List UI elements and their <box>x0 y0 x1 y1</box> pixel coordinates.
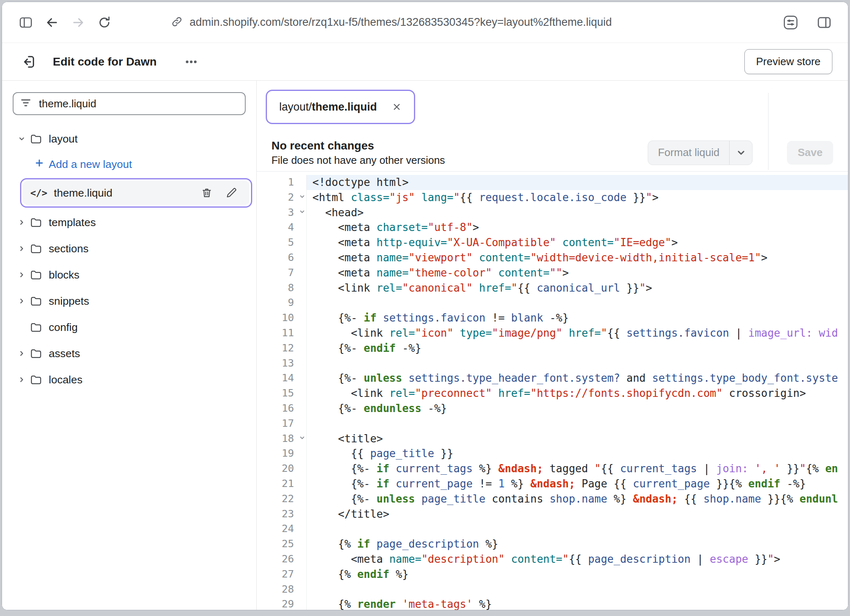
preview-store-button[interactable]: Preview store <box>744 49 833 74</box>
content: layoutAdd a new layout</>theme.liquidtem… <box>2 81 848 610</box>
sidebar-folder-blocks[interactable]: blocks <box>2 262 256 288</box>
code-text: <link rel="icon" type="image/png" href="… <box>307 326 838 341</box>
code-line-14[interactable]: 14 {%- unless settings.type_header_font.… <box>257 371 848 386</box>
chevron-down-icon[interactable] <box>14 136 29 142</box>
code-line-4[interactable]: 4 <meta charset="utf-8"> <box>257 220 848 235</box>
code-line-16[interactable]: 16 {%- endunless -%} <box>257 401 848 416</box>
version-status: No recent changes File does not have any… <box>271 139 445 167</box>
code-line-17[interactable]: 17 <box>257 416 848 431</box>
code-line-25[interactable]: 25 {% if page_description %} <box>257 537 848 552</box>
folder-icon <box>30 133 42 145</box>
line-number: 7 <box>257 265 307 281</box>
sidebar-folder-templates[interactable]: templates <box>2 209 256 236</box>
code-line-9[interactable]: 9 <box>257 295 848 310</box>
code-text: {% if page_description %} <box>307 537 498 552</box>
sidebar-folder-assets[interactable]: assets <box>2 340 256 367</box>
sidebar-toggle-icon[interactable] <box>13 9 39 36</box>
format-dropdown-icon[interactable] <box>729 141 752 165</box>
code-text: {% render 'meta-tags' %} <box>307 597 492 610</box>
file-sidebar: layoutAdd a new layout</>theme.liquidtem… <box>2 81 257 610</box>
code-text: <meta charset="utf-8"> <box>307 220 479 235</box>
code-text <box>307 521 312 537</box>
chevron-right-icon[interactable] <box>14 350 29 357</box>
code-editor[interactable]: 1<!doctype html>2<html class="js" lang="… <box>257 172 848 610</box>
code-line-27[interactable]: 27 {% endif %} <box>257 567 848 582</box>
sidebar-folder-config[interactable]: config <box>2 314 256 340</box>
chevron-right-icon[interactable] <box>14 376 29 383</box>
code-line-11[interactable]: 11 <link rel="icon" type="image/png" hre… <box>257 326 848 341</box>
folder-icon <box>30 295 42 307</box>
folder-label: snippets <box>49 295 89 308</box>
code-text: <link rel="preconnect" href="https://fon… <box>307 386 806 401</box>
status-subtitle: File does not have any other versions <box>271 154 445 166</box>
code-line-21[interactable]: 21 {%- if current_page != 1 %} &ndash; P… <box>257 476 848 491</box>
line-number: 8 <box>257 281 307 296</box>
rename-file-icon[interactable] <box>222 184 240 202</box>
fold-toggle-icon[interactable] <box>299 209 305 215</box>
code-line-29[interactable]: 29 {% render 'meta-tags' %} <box>257 597 848 610</box>
extension-icon[interactable] <box>778 9 804 36</box>
sidebar-folder-snippets[interactable]: snippets <box>2 288 256 314</box>
code-line-28[interactable]: 28 <box>257 582 848 597</box>
code-line-5[interactable]: 5 <meta http-equiv="X-UA-Compatible" con… <box>257 235 848 250</box>
code-line-26[interactable]: 26 <meta name="description" content="{{ … <box>257 552 848 567</box>
line-number: 12 <box>257 341 307 356</box>
chevron-right-icon[interactable] <box>14 298 29 304</box>
code-line-24[interactable]: 24 <box>257 521 848 537</box>
folder-icon <box>30 216 42 229</box>
file-search[interactable] <box>13 92 246 115</box>
reload-icon[interactable] <box>91 9 118 36</box>
browser-toolbar: admin.shopify.com/store/rzq1xu-f5/themes… <box>2 2 848 43</box>
code-line-7[interactable]: 7 <meta name="theme-color" content=""> <box>257 265 848 281</box>
search-input[interactable] <box>38 97 238 111</box>
exit-editor-icon[interactable] <box>18 51 39 72</box>
split-view-icon[interactable] <box>811 9 837 36</box>
code-line-12[interactable]: 12 {%- endif -%} <box>257 341 848 356</box>
code-line-1[interactable]: 1<!doctype html> <box>257 175 848 190</box>
line-number: 18 <box>257 431 307 446</box>
back-icon[interactable] <box>39 9 65 36</box>
code-text: {%- endunless -%} <box>307 401 447 416</box>
chevron-right-icon[interactable] <box>14 272 29 278</box>
save-button[interactable]: Save <box>787 141 833 165</box>
sidebar-file-theme-liquid[interactable]: </>theme.liquid <box>23 181 249 205</box>
code-line-3[interactable]: 3 <head> <box>257 205 848 220</box>
file-tree: layoutAdd a new layout</>theme.liquidtem… <box>2 126 256 393</box>
sidebar-folder-sections[interactable]: sections <box>2 236 256 262</box>
code-line-6[interactable]: 6 <meta name="viewport" content="width=d… <box>257 250 848 265</box>
add-new-layout-link[interactable]: Add a new layout <box>2 152 256 177</box>
code-text: {%- endif -%} <box>307 341 421 356</box>
code-text: <link rel="canonical" href="{{ canonical… <box>307 281 652 296</box>
code-line-22[interactable]: 22 {%- unless page_title contains shop.n… <box>257 491 848 507</box>
line-number: 15 <box>257 386 307 401</box>
code-line-10[interactable]: 10 {%- if settings.favicon != blank -%} <box>257 310 848 326</box>
fold-toggle-icon[interactable] <box>299 194 305 199</box>
url-text: admin.shopify.com/store/rzq1xu-f5/themes… <box>190 16 612 29</box>
code-line-23[interactable]: 23 </title> <box>257 507 848 522</box>
tab-theme-liquid[interactable]: layout/theme.liquid <box>269 93 412 121</box>
sidebar-folder-layout[interactable]: layout <box>2 126 256 152</box>
line-number: 1 <box>257 175 307 190</box>
chevron-right-icon[interactable] <box>14 245 29 252</box>
address-bar[interactable]: admin.shopify.com/store/rzq1xu-f5/themes… <box>171 16 778 29</box>
format-liquid-button[interactable]: Format liquid <box>648 140 753 165</box>
code-text: <meta name="description" content="{{ pag… <box>307 552 780 567</box>
code-line-20[interactable]: 20 {%- if current_tags %} &ndash; tagged… <box>257 461 848 476</box>
code-line-8[interactable]: 8 <link rel="canonical" href="{{ canonic… <box>257 281 848 296</box>
forward-icon[interactable] <box>65 9 91 36</box>
line-number: 24 <box>257 521 307 537</box>
delete-file-icon[interactable] <box>198 184 216 202</box>
code-line-13[interactable]: 13 <box>257 356 848 371</box>
sidebar-folder-locales[interactable]: locales <box>2 367 256 393</box>
more-actions-icon[interactable] <box>180 54 203 70</box>
code-text: <meta name="theme-color" content=""> <box>307 265 569 281</box>
code-line-19[interactable]: 19 {{ page_title }} <box>257 446 848 461</box>
line-number: 11 <box>257 326 307 341</box>
code-line-15[interactable]: 15 <link rel="preconnect" href="https://… <box>257 386 848 401</box>
code-line-2[interactable]: 2<html class="js" lang="{{ request.local… <box>257 190 848 205</box>
code-line-18[interactable]: 18 <title> <box>257 431 848 446</box>
folder-icon <box>30 321 42 333</box>
chevron-right-icon[interactable] <box>14 219 29 226</box>
close-tab-icon[interactable] <box>389 100 404 114</box>
fold-toggle-icon[interactable] <box>299 435 305 441</box>
